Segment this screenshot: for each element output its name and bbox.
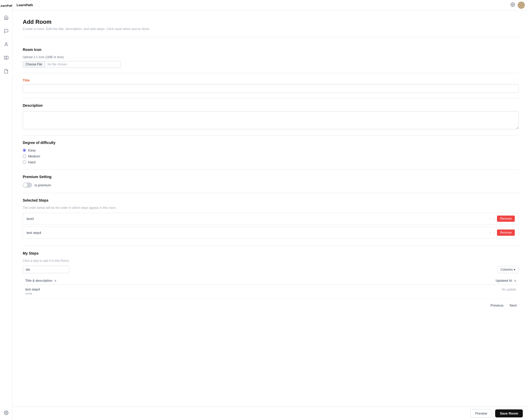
premium-title: Premium Setting (23, 175, 519, 179)
selected-steps-subtitle: The order below will be the order in whi… (23, 206, 519, 210)
my-steps-controls: Columns ▾ (23, 266, 519, 273)
my-steps-table: Title & description ⇅ Updated At ⇅ test … (23, 277, 519, 298)
difficulty-radio-group: Easy Medium Hard (23, 148, 519, 164)
step-title: test step4 (25, 287, 311, 291)
columns-label: Columns (501, 268, 513, 271)
step-actions: ↑ ↓ Remove (490, 230, 515, 236)
svg-point-1 (5, 412, 7, 414)
topbar-brand: LearnPath (17, 3, 33, 7)
title-label: Title (23, 78, 519, 82)
save-room-button[interactable]: Save Room (495, 409, 523, 417)
sidebar-item-profile[interactable] (2, 40, 10, 49)
col-updated-at[interactable]: Updated At ⇅ (313, 277, 519, 285)
sidebar-item-messages[interactable] (2, 27, 10, 35)
title-input[interactable] (23, 84, 519, 93)
avatar[interactable] (518, 2, 525, 9)
svg-point-0 (5, 43, 7, 44)
page-title: Add Room (23, 19, 519, 25)
upload-label: Upload 1:1 Icon (1MB or less) (23, 55, 519, 59)
premium-toggle[interactable] (23, 182, 32, 188)
premium-toggle-wrapper: is premium (23, 182, 519, 188)
selected-steps-title: Selected Steps (23, 198, 519, 202)
topbar: LearnPath (12, 0, 529, 10)
difficulty-hard[interactable]: Hard (23, 160, 519, 164)
file-input-wrapper[interactable]: Choose File No file chosen (23, 61, 121, 68)
brand-logo: LearnPath (0, 3, 13, 8)
settings-icon[interactable] (510, 2, 515, 8)
selected-steps-section: Selected Steps The order below will be t… (23, 193, 519, 246)
table-row[interactable]: test step4 none No update (23, 285, 519, 298)
room-icon-title: Room Icon (23, 48, 519, 52)
description-label: Description (23, 103, 519, 108)
my-steps-title: My Steps (23, 251, 519, 255)
col-title-description[interactable]: Title & description ⇅ (23, 277, 313, 285)
choose-file-button[interactable]: Choose File (23, 61, 45, 67)
remove-step-button[interactable]: Remove (497, 216, 515, 222)
sidebar: LearnPath (0, 0, 12, 420)
step-up-icon[interactable]: ↑ (490, 217, 491, 220)
step-name: test3 (27, 217, 490, 221)
steps-table-next-button[interactable]: Next (508, 302, 519, 308)
file-name-display: No file chosen (45, 61, 121, 67)
step-up-icon[interactable]: ↑ (490, 231, 491, 234)
step-name: test step4 (27, 231, 490, 235)
premium-section: Premium Setting is premium (23, 170, 519, 193)
my-steps-subtitle: Click a step to add it to this Room. (23, 259, 519, 263)
my-steps-section: My Steps Click a step to add it to this … (23, 246, 519, 314)
page-subtitle: Create a room. Edit the title, descripti… (23, 27, 519, 31)
title-section: Title (23, 73, 519, 98)
columns-button[interactable]: Columns ▾ (497, 266, 519, 273)
difficulty-medium[interactable]: Medium (23, 154, 519, 158)
toggle-thumb (23, 183, 27, 187)
description-section: Description (23, 98, 519, 135)
sidebar-item-settings[interactable] (2, 409, 10, 417)
main-content: Add Room Create a room. Edit the title, … (12, 10, 529, 420)
step-description: none (25, 292, 311, 295)
difficulty-section: Degree of difficulty Easy Medium Hard (23, 135, 519, 170)
my-steps-search-input[interactable] (23, 266, 69, 273)
chevron-down-icon: ▾ (514, 268, 515, 271)
step-down-icon[interactable]: ↓ (493, 217, 495, 220)
remove-step-button[interactable]: Remove (497, 230, 515, 236)
sort-icon: ⇅ (514, 279, 516, 282)
selected-step-row: test3 ↑ ↓ Remove (23, 213, 519, 225)
difficulty-title: Degree of difficulty (23, 141, 519, 145)
sidebar-item-home[interactable] (2, 13, 10, 22)
sort-icon: ⇅ (54, 279, 56, 282)
difficulty-easy[interactable]: Easy (23, 148, 519, 152)
room-icon-section: Room Icon Upload 1:1 Icon (1MB or less) … (23, 42, 519, 73)
bottom-bar: Preview Save Room (12, 407, 529, 420)
svg-point-2 (512, 4, 514, 5)
step-actions: ↑ ↓ Remove (490, 216, 515, 222)
description-textarea[interactable] (23, 111, 519, 129)
selected-step-row: test step4 ↑ ↓ Remove (23, 227, 519, 239)
preview-button[interactable]: Preview (470, 409, 492, 418)
premium-toggle-label: is premium (35, 183, 51, 187)
step-down-icon[interactable]: ↓ (493, 231, 495, 234)
sidebar-item-files[interactable] (2, 67, 10, 75)
step-updated-at: No update (502, 288, 516, 291)
sidebar-item-library[interactable] (2, 54, 10, 62)
steps-table-previous-button[interactable]: Previous (488, 302, 506, 308)
